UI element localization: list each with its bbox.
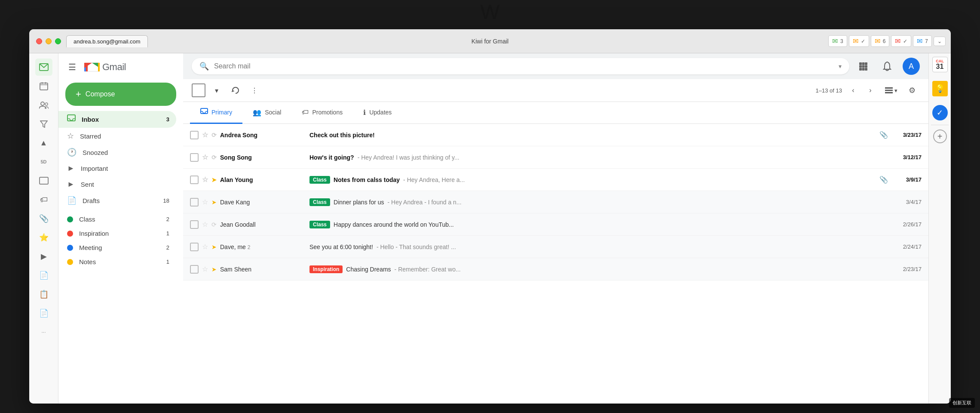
class-dot — [67, 216, 73, 222]
sidebar-item-inbox[interactable]: Inbox 3 — [58, 111, 176, 128]
tab-social[interactable]: 👥 Social — [242, 102, 291, 124]
email-star-4[interactable]: ☆ — [202, 198, 208, 206]
calendar-app-icon[interactable]: CAL 31 — [932, 57, 948, 72]
notifications-button[interactable] — [879, 58, 896, 75]
activity-filter-icon[interactable] — [35, 115, 52, 133]
activity-star-icon[interactable]: ⭐ — [35, 229, 52, 246]
email-star-1[interactable]: ☆ — [202, 131, 208, 139]
hamburger-menu[interactable]: ☰ — [65, 60, 79, 74]
email-forward-1[interactable]: ⟳ — [211, 132, 217, 139]
activity-draft-icon[interactable]: 📄 — [35, 267, 52, 284]
activity-more-icon[interactable]: ··· — [35, 324, 52, 341]
select-all-checkbox[interactable] — [192, 83, 205, 97]
account-icon-group-3[interactable]: ✉ 6 — [871, 35, 890, 47]
email-row[interactable]: ☆ ⟳ Andrea Song Check out this picture! … — [183, 124, 928, 146]
prev-page-button[interactable]: ‹ — [845, 83, 861, 98]
sidebar-item-important[interactable]: ► Important — [58, 160, 176, 176]
add-app-button[interactable]: + — [933, 129, 947, 143]
apps-button[interactable] — [854, 58, 872, 75]
activity-attach-icon[interactable]: 📎 — [35, 210, 52, 227]
tasks-app-icon[interactable]: ✓ — [932, 105, 948, 120]
email-star-3[interactable]: ☆ — [202, 176, 208, 184]
email-star-6[interactable]: ☆ — [202, 243, 208, 251]
account-icon-group-2[interactable]: ✉ ✓ — [849, 35, 869, 47]
sidebar-item-drafts[interactable]: 📄 Drafts 18 — [58, 192, 176, 209]
email-sender-1: Andrea Song — [220, 132, 306, 139]
email-sender-5: Jean Goodall — [220, 221, 306, 228]
compose-button[interactable]: + Compose — [65, 83, 176, 106]
email-checkbox-2[interactable] — [190, 153, 199, 162]
minimize-button[interactable] — [46, 38, 52, 44]
social-tab-label: Social — [265, 109, 281, 116]
sidebar-header: ☰ Gmail — [58, 57, 183, 77]
email-forward-6[interactable]: ➤ — [211, 243, 217, 250]
maximize-button[interactable] — [55, 38, 61, 44]
sidebar-item-snoozed[interactable]: 🕐 Snoozed — [58, 144, 176, 160]
activity-up-icon[interactable]: ▲ — [35, 134, 52, 151]
activity-send-icon[interactable]: ▶ — [35, 248, 52, 265]
sidebar-item-class[interactable]: Class 2 — [58, 212, 176, 226]
more-options-button[interactable]: ⋮ — [247, 83, 262, 98]
sidebar-item-inspiration[interactable]: Inspiration 1 — [58, 226, 176, 240]
search-input-wrap[interactable]: 🔍 ▾ — [192, 58, 849, 74]
activity-doc-icon[interactable]: 📄 — [35, 305, 52, 322]
sent-label: Sent — [81, 181, 94, 188]
email-checkbox-7[interactable] — [190, 265, 199, 274]
email-forward-5[interactable]: ⟳ — [211, 221, 217, 228]
tab-updates[interactable]: ℹ Updates — [353, 102, 402, 124]
envelope-orange-icon: ✉ — [875, 37, 880, 45]
active-tab[interactable]: andrea.b.song@gmail.com — [66, 35, 148, 47]
search-input[interactable] — [214, 62, 833, 70]
sidebar-item-meeting[interactable]: Meeting 2 — [58, 240, 176, 255]
email-row[interactable]: ☆ ⟳ Jean Goodall Class Happy dances arou… — [183, 213, 928, 236]
account-icon-group-4[interactable]: ✉ ✓ — [891, 35, 911, 47]
sidebar-item-starred[interactable]: ☆ Starred — [58, 128, 176, 144]
email-row[interactable]: ☆ ➤ Dave Kang Class Dinner plans for us … — [183, 191, 928, 213]
activity-5d-icon[interactable]: 5D — [35, 153, 52, 170]
email-row[interactable]: ☆ ➤ Alan Young Class Notes from calss to… — [183, 169, 928, 191]
keep-app-icon[interactable]: 💡 — [932, 81, 948, 96]
email-row[interactable]: ☆ ➤ Sam Sheen Inspiration Chasing Dreams… — [183, 258, 928, 280]
tab-primary[interactable]: Primary — [190, 102, 242, 124]
close-button[interactable] — [36, 38, 42, 44]
activity-mail-icon[interactable] — [35, 59, 52, 76]
activity-label-icon[interactable]: 🏷 — [35, 191, 52, 208]
email-forward-3[interactable]: ➤ — [211, 176, 217, 183]
email-forward-7[interactable]: ➤ — [211, 266, 217, 273]
settings-button[interactable]: ⚙ — [904, 83, 920, 98]
email-checkbox-6[interactable] — [190, 243, 199, 251]
account-icon-group-1[interactable]: ✉ 3 — [828, 35, 847, 47]
email-forward-2[interactable]: ⟳ — [211, 154, 217, 161]
email-forward-4[interactable]: ➤ — [211, 199, 217, 206]
primary-tab-icon — [200, 108, 208, 117]
activity-mail2-icon[interactable] — [35, 172, 52, 189]
refresh-button[interactable] — [228, 83, 243, 98]
activity-list-icon[interactable]: 📋 — [35, 286, 52, 303]
next-page-button[interactable]: › — [863, 83, 878, 98]
sidebar-item-sent[interactable]: ► Sent — [58, 176, 176, 192]
calendar-day: 31 — [936, 63, 944, 70]
window-title: Kiwi for Gmail — [472, 38, 508, 45]
account-icon-group-5[interactable]: ✉ 7 — [913, 35, 932, 47]
tab-promotions[interactable]: 🏷 Promotions — [291, 102, 353, 124]
activity-calendar-icon[interactable] — [35, 77, 52, 95]
search-dropdown-icon[interactable]: ▾ — [839, 63, 842, 70]
email-star-2[interactable]: ☆ — [202, 153, 208, 161]
email-checkbox-1[interactable] — [190, 131, 199, 139]
sidebar-item-notes[interactable]: Notes 1 — [58, 255, 176, 269]
email-star-5[interactable]: ☆ — [202, 220, 208, 228]
email-star-7[interactable]: ☆ — [202, 265, 208, 273]
activity-contacts-icon[interactable] — [35, 96, 52, 114]
account-count-5: 7 — [925, 38, 928, 44]
email-subject-6: See you at 6:00 tonight! — [309, 243, 373, 250]
user-avatar[interactable]: A — [903, 58, 920, 75]
email-row[interactable]: ☆ ⟳ Song Song How's it going? - Hey Andr… — [183, 146, 928, 169]
email-checkbox-3[interactable] — [190, 176, 199, 184]
view-toggle-button[interactable]: ▾ — [882, 86, 901, 96]
email-row[interactable]: ☆ ➤ Dave, me 2 See you at 6:00 tonight! … — [183, 236, 928, 258]
select-dropdown-button[interactable]: ▾ — [209, 83, 224, 98]
search-actions: A — [854, 58, 920, 75]
email-checkbox-5[interactable] — [190, 220, 199, 229]
email-checkbox-4[interactable] — [190, 198, 199, 206]
account-overflow-button[interactable]: ⌄ — [934, 37, 946, 46]
